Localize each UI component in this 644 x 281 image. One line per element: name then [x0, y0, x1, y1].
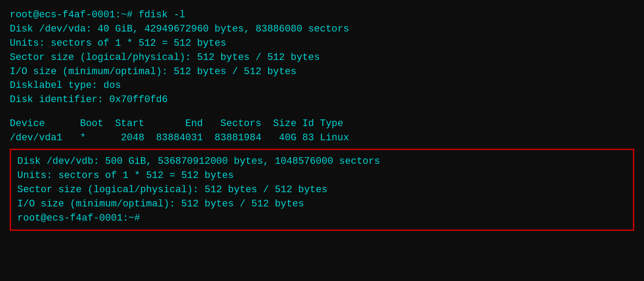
highlight-line-1: Units: sectors of 1 * 512 = 512 bytes	[17, 169, 627, 183]
highlight-line-2: Sector size (logical/physical): 512 byte…	[17, 183, 627, 197]
line-1: Disk /dev/vda: 40 GiB, 42949672960 bytes…	[10, 22, 634, 36]
terminal-window: root@ecs-f4af-0001:~# fdisk -l Disk /dev…	[0, 0, 644, 281]
line-0: root@ecs-f4af-0001:~# fdisk -l	[10, 8, 634, 22]
line-2: Units: sectors of 1 * 512 = 512 bytes	[10, 36, 634, 51]
highlight-line-4: root@ecs-f4af-0001:~#	[17, 211, 627, 226]
spacer	[10, 107, 634, 117]
line-5: Disklabel type: dos	[10, 79, 634, 93]
line-3: Sector size (logical/physical): 512 byte…	[10, 51, 634, 65]
highlighted-section: Disk /dev/vdb: 500 GiB, 536870912000 byt…	[10, 149, 634, 231]
highlight-line-3: I/O size (minimum/optimal): 512 bytes / …	[17, 197, 627, 211]
line-6: Disk identifier: 0x70ff0fd6	[10, 93, 634, 107]
table-row: /dev/vda1 * 2048 83884031 83881984 40G 8…	[10, 131, 634, 145]
table-header: Device Boot Start End Sectors Size Id Ty…	[10, 117, 634, 131]
line-4: I/O size (minimum/optimal): 512 bytes / …	[10, 65, 634, 79]
highlight-line-0: Disk /dev/vdb: 500 GiB, 536870912000 byt…	[17, 154, 627, 169]
